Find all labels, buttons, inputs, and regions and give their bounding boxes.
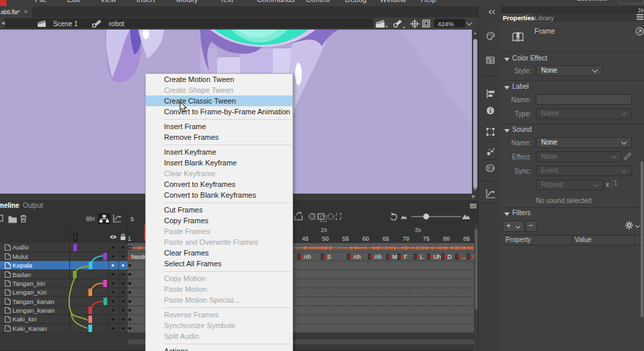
svg-text:55: 55 xyxy=(342,235,349,242)
svg-text:75: 75 xyxy=(423,235,430,242)
svg-text:85: 85 xyxy=(463,235,470,242)
svg-text:Output: Output xyxy=(23,202,43,209)
svg-text:80: 80 xyxy=(443,235,450,242)
svg-text:60: 60 xyxy=(362,235,369,242)
svg-text:Lengan_Kiri: Lengan_Kiri xyxy=(13,288,47,296)
svg-text:F: F xyxy=(404,254,408,260)
svg-text:Kaki_Kanan: Kaki_Kanan xyxy=(13,325,47,332)
svg-text:Ah: Ah xyxy=(304,254,311,260)
svg-text:Kepala: Kepala xyxy=(13,262,33,269)
svg-text:3s: 3s xyxy=(415,227,421,233)
svg-text:L: L xyxy=(420,254,424,260)
svg-text:S: S xyxy=(327,254,331,260)
svg-text:M: M xyxy=(393,254,398,260)
svg-text:1: 1 xyxy=(128,235,131,242)
svg-text:50: 50 xyxy=(322,235,329,242)
svg-text:Tangan_kanan: Tangan_kanan xyxy=(13,298,54,305)
svg-text:Kaki_kiri: Kaki_kiri xyxy=(13,315,37,323)
svg-text:45: 45 xyxy=(302,235,309,242)
svg-text:65: 65 xyxy=(383,235,389,242)
svg-text:Ah: Ah xyxy=(374,254,382,260)
svg-text:Ah: Ah xyxy=(354,254,361,260)
svg-text:70: 70 xyxy=(403,235,409,242)
svg-text:Tangan_kiri: Tangan_kiri xyxy=(13,280,46,287)
svg-text:Neutr: Neutr xyxy=(131,254,146,260)
svg-text:5: 5 xyxy=(130,215,134,223)
svg-text:Badan: Badan xyxy=(13,271,31,278)
svg-text:...: ... xyxy=(462,254,467,260)
svg-text:Mulut: Mulut xyxy=(13,253,29,260)
svg-text:D: D xyxy=(448,254,452,260)
svg-text:2s: 2s xyxy=(321,227,327,233)
svg-text:Audio: Audio xyxy=(13,243,29,251)
svg-text:Uh: Uh xyxy=(434,254,442,260)
svg-text:meline: meline xyxy=(0,202,19,209)
svg-text:Lengan_kanan: Lengan_kanan xyxy=(13,307,55,314)
